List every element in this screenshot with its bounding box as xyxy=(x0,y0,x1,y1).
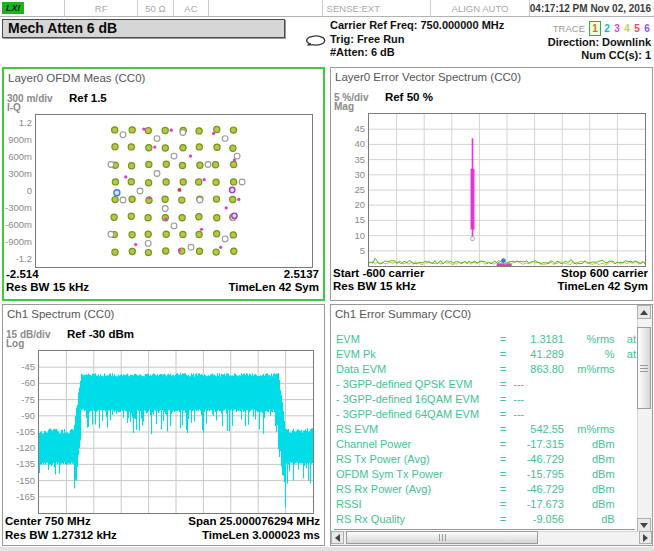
summary-cell-unit: dBm xyxy=(564,498,615,510)
summary-cell-unit: dBm xyxy=(564,483,615,495)
trace-button-6[interactable]: 6 xyxy=(643,22,651,35)
vertical-scroll-thumb[interactable] xyxy=(637,327,651,409)
error-summary-row: Channel Power=-17.315dBm xyxy=(336,436,636,451)
y-tick-label: 25 xyxy=(337,184,365,195)
summary-cell-val: 1.3181 xyxy=(513,333,564,345)
panel-title: Layer0 OFDM Meas (CC0) xyxy=(8,72,145,84)
y-tick-label: 10 xyxy=(337,230,365,241)
y-tick-label: 600m xyxy=(4,151,32,162)
y-tick-label: -1.2 xyxy=(4,253,32,264)
trace-button-2[interactable]: 2 xyxy=(603,22,611,35)
summary-cell-name: Data EVM xyxy=(336,363,500,375)
summary-cell-val: -46.729 xyxy=(513,483,564,495)
y-tick-label: 30 xyxy=(337,169,365,180)
summary-cell-name: RS Rx Quality xyxy=(336,513,500,525)
evm-spectrum-plot xyxy=(368,113,646,267)
header-trace-info: TRACE123456 Direction: Downlink Num CC(s… xyxy=(548,21,651,62)
ref-level-label: Ref 1.5 xyxy=(69,92,107,104)
y-tick-label: 0 xyxy=(4,185,32,196)
stop-carrier-label: Stop 600 carrier xyxy=(561,267,648,279)
y-tick-label: 35 xyxy=(337,154,365,165)
error-summary-row: OFDM Sym Tx Power=-15.795dBm xyxy=(336,466,636,481)
res-bw-label: Res BW 1.27312 kHz xyxy=(5,529,117,541)
window-bottom-edge xyxy=(0,547,654,551)
summary-cell-unit: m%rms xyxy=(564,423,615,435)
error-summary-row: RS Tx Power (Avg)=-46.729dBm xyxy=(336,451,636,466)
y-tick-label: -150 xyxy=(7,475,35,486)
summary-cell-suffix: at xyxy=(615,333,636,345)
time-len-label: TimeLen 3.000023 ms xyxy=(202,529,320,541)
y-tick-label: 5 xyxy=(337,245,365,256)
panel-spectrum[interactable]: Ch1 Spectrum (CC0) 15 dB/div Ref -30 dBm… xyxy=(2,304,325,546)
error-summary-row: EVM=1.3181%rmsat xyxy=(336,331,636,346)
x-axis-labels: -2.514 2.5137 xyxy=(6,268,319,280)
summary-cell-name: RS EVM xyxy=(336,423,500,435)
summary-cell-unit: % xyxy=(564,348,615,360)
num-cc-label: Num CC(s): 1 xyxy=(548,49,651,62)
center-freq-label: Center 750 MHz xyxy=(5,515,91,527)
scroll-up-button[interactable] xyxy=(637,305,651,319)
summary-cell-unit: dBm xyxy=(564,438,615,450)
mech-atten-banner: Mech Atten 6 dB xyxy=(2,19,285,38)
summary-cell-val: 542.55 xyxy=(513,423,564,435)
header-settings: Carrier Ref Freq: 750.000000 MHz Trig: F… xyxy=(330,19,504,60)
trace-number-list: 123456 xyxy=(587,22,651,34)
y-tick-label: 900m xyxy=(4,134,32,145)
summary-cell-name: RS Tx Power (Avg) xyxy=(336,453,500,465)
summary-cell-suffix: at xyxy=(615,348,636,360)
x-max-label: 2.5137 xyxy=(284,268,319,280)
summary-cell-eq: = xyxy=(500,363,514,375)
panel-title: Ch1 Spectrum (CC0) xyxy=(7,308,114,320)
status-cell-rf: RF xyxy=(65,0,138,16)
summary-cell-eq: = xyxy=(500,408,514,420)
y-tick-label: -165 xyxy=(7,491,35,502)
trace-button-5[interactable]: 5 xyxy=(633,22,641,35)
scroll-right-button[interactable] xyxy=(639,531,652,544)
summary-cell-unit: m%rms xyxy=(564,363,615,375)
summary-cell-name: RS Rx Power (Avg) xyxy=(336,483,500,495)
horizontal-scrollbar[interactable] xyxy=(331,531,652,545)
summary-cell-name: - 3GPP-defined 64QAM EVM xyxy=(336,408,500,420)
summary-cell-eq: = xyxy=(500,483,514,495)
summary-cell-eq: = xyxy=(500,378,514,390)
summary-cell-name: - 3GPP-defined 16QAM EVM xyxy=(336,393,500,405)
summary-cell-eq: = xyxy=(500,423,514,435)
trace-format-label: Mag xyxy=(334,101,354,112)
error-summary-row: - 3GPP-defined QPSK EVM=--- xyxy=(336,376,636,391)
summary-cell-val: -15.795 xyxy=(513,468,564,480)
status-bar: LXI RF 50 Ω AC SENSE:EXT ALIGN AUTO 04:1… xyxy=(0,0,654,17)
summary-cell-name: - 3GPP-defined QPSK EVM xyxy=(336,378,500,390)
panel-error-vector-spectrum[interactable]: Layer0 Error Vector Spectrum (CC0) 5 %/d… xyxy=(330,67,653,301)
res-bw-label: Res BW 15 kHz xyxy=(6,281,89,293)
trace-row: TRACE123456 xyxy=(548,21,651,36)
error-summary-row: RS Rx Quality=-9.056dB xyxy=(336,511,636,526)
panel-ofdm-meas[interactable]: Layer0 OFDM Meas (CC0) 300 m/div Ref 1.5… xyxy=(2,67,325,301)
scale-row: 15 dB/div Ref -30 dBm xyxy=(6,324,134,342)
summary-cell-unit: dB xyxy=(564,513,615,525)
arrow-up-icon xyxy=(640,310,648,315)
summary-cell-val: -17.673 xyxy=(513,498,564,510)
status-clock: 04:17:12 PM Nov 02, 2016 xyxy=(530,0,654,16)
scroll-left-button[interactable] xyxy=(331,531,344,544)
scroll-down-button[interactable] xyxy=(637,518,651,532)
horizontal-scroll-thumb[interactable] xyxy=(346,531,538,544)
summary-cell-val: -46.729 xyxy=(513,453,564,465)
summary-cell-name: EVM Pk xyxy=(336,348,500,360)
trace-button-3[interactable]: 3 xyxy=(613,22,621,35)
y-tick-label: 300m xyxy=(4,168,32,179)
vertical-scrollbar[interactable] xyxy=(637,305,652,532)
lxi-badge: LXI xyxy=(2,2,24,14)
y-tick-label: -120 xyxy=(7,442,35,453)
scale-row: 300 m/div Ref 1.5 xyxy=(7,88,107,106)
y-tick-label: -900m xyxy=(4,236,32,247)
summary-cell-unit: dBm xyxy=(564,453,615,465)
summary-cell-eq: = xyxy=(500,498,514,510)
trigger-label: Trig: Free Run xyxy=(330,33,504,47)
trace-button-1[interactable]: 1 xyxy=(589,21,601,36)
panel-error-summary[interactable]: Ch1 Error Summary (CC0) EVM=1.3181%rmsat… xyxy=(330,304,653,546)
summary-cell-val: --- xyxy=(513,408,564,420)
y-tick-label: -45 xyxy=(7,361,35,372)
arrow-right-icon xyxy=(643,534,648,542)
trace-format-label: I-Q xyxy=(7,102,21,113)
trace-button-4[interactable]: 4 xyxy=(623,22,631,35)
